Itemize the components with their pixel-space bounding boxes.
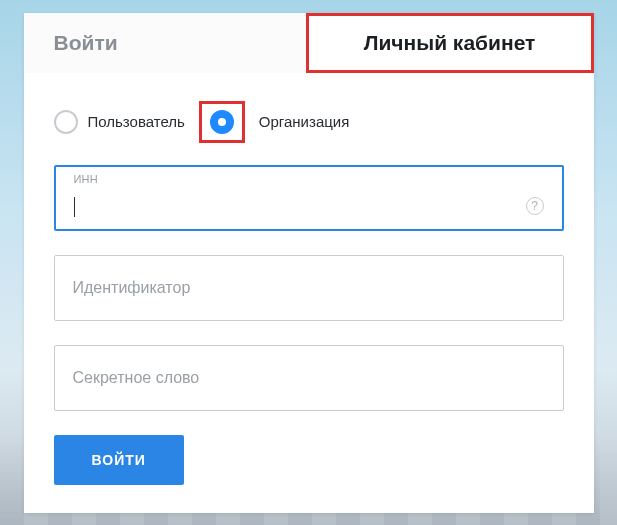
identifier-field[interactable] xyxy=(54,255,564,321)
login-card: Войти Личный кабинет Пользователь Органи… xyxy=(24,13,594,513)
radio-user-group[interactable]: Пользователь xyxy=(54,110,185,134)
tab-cabinet[interactable]: Личный кабинет xyxy=(306,13,594,73)
inn-field[interactable]: ИНН ? xyxy=(54,165,564,231)
help-icon[interactable]: ? xyxy=(526,197,544,215)
secret-field[interactable] xyxy=(54,345,564,411)
text-cursor xyxy=(74,197,75,217)
radio-org-label: Организация xyxy=(259,113,349,130)
identifier-input[interactable] xyxy=(73,279,545,297)
radio-org[interactable] xyxy=(210,110,234,134)
radio-user[interactable] xyxy=(54,110,78,134)
radio-user-label: Пользователь xyxy=(88,113,185,130)
tabs: Войти Личный кабинет xyxy=(24,13,594,73)
tab-login-label: Войти xyxy=(54,31,118,55)
secret-input[interactable] xyxy=(73,369,545,387)
submit-button[interactable]: ВОЙТИ xyxy=(54,435,184,485)
tab-login[interactable]: Войти xyxy=(24,13,306,73)
form-body: Пользователь Организация ИНН ? ВОЙТИ xyxy=(24,73,594,513)
radio-org-highlight xyxy=(199,101,245,143)
account-type-row: Пользователь Организация xyxy=(54,101,564,143)
inn-input[interactable] xyxy=(74,197,516,215)
tab-cabinet-label: Личный кабинет xyxy=(364,31,536,55)
inn-float-label: ИНН xyxy=(74,173,98,185)
submit-button-label: ВОЙТИ xyxy=(92,452,146,468)
